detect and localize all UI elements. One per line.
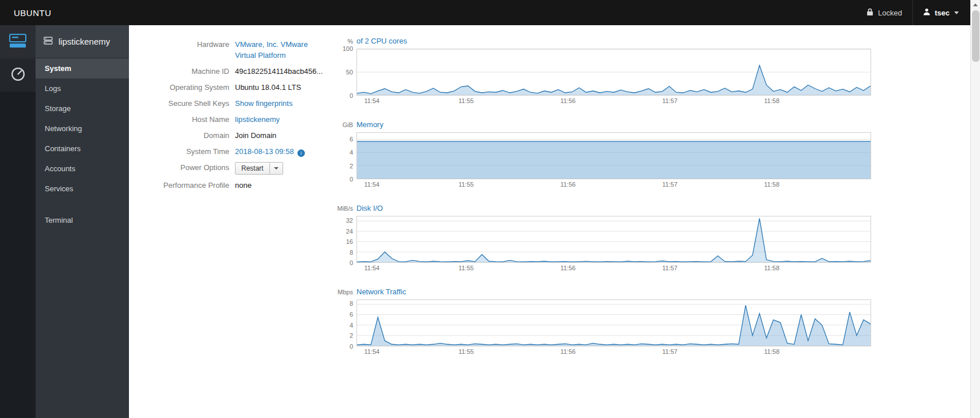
memory-chart-link[interactable]: Memory: [356, 120, 383, 129]
x-tick-label: 11:54: [364, 265, 379, 271]
x-tick-label: 11:58: [764, 97, 779, 104]
detail-row-hostname: Host Name lipstickenemy: [140, 114, 347, 125]
cpu-plot: [356, 49, 871, 96]
x-tick-label: 11:55: [458, 181, 474, 188]
disk-io-chart-head: MiB/s Disk I/O: [337, 204, 871, 212]
memory-chart: GiB Memory 0246 11:5411:5511:5611:5711:5…: [337, 120, 871, 189]
chevron-down-icon: [954, 11, 959, 14]
locked-indicator[interactable]: Locked: [856, 8, 912, 18]
network-traffic-chart-link[interactable]: Network Traffic: [356, 287, 406, 296]
y-tick-label: 8: [350, 300, 353, 307]
machine-tile-server[interactable]: [0, 25, 36, 58]
sidebar: lipstickenemy SystemLogsStorageNetworkin…: [36, 25, 129, 418]
host-header[interactable]: lipstickenemy: [36, 25, 129, 58]
y-tick-label: 2: [350, 163, 353, 169]
y-tick-label: 8: [350, 249, 353, 256]
sidebar-item-storage[interactable]: Storage: [36, 98, 129, 119]
detail-row-domain: Domain Join Domain: [140, 130, 347, 141]
detail-row-hardware: Hardware VMware, Inc. VMware Virtual Pla…: [140, 39, 347, 61]
cpu-x-axis: 11:5411:5511:5611:5711:58: [356, 96, 871, 105]
sidebar-item-system[interactable]: System: [36, 58, 129, 78]
show-fingerprints-link[interactable]: Show fingerprints: [235, 98, 292, 109]
sidebar-item-terminal[interactable]: Terminal: [36, 210, 129, 230]
scrollbar-thumb[interactable]: [972, 10, 979, 62]
domain-value[interactable]: Join Domain: [235, 130, 276, 141]
disk-io-chart-link[interactable]: Disk I/O: [356, 204, 383, 212]
cpu-chart-head: % of 2 CPU cores: [337, 37, 871, 45]
x-tick-label: 11:58: [764, 348, 779, 355]
x-tick-label: 11:58: [764, 265, 779, 271]
host-name: lipstickenemy: [58, 37, 110, 46]
field-label-ssh-keys: Secure Shell Keys: [140, 98, 235, 109]
sidebar-item-services[interactable]: Services: [36, 179, 129, 199]
sidebar-item-containers[interactable]: Containers: [36, 139, 129, 159]
user-icon: [923, 8, 930, 17]
detail-row-system-time: System Time 2018-08-13 09:58: [140, 146, 347, 157]
scroll-up-arrow[interactable]: [971, 0, 980, 10]
x-tick-label: 11:55: [458, 265, 474, 271]
y-tick-label: 24: [346, 228, 353, 235]
y-tick-label: 0: [350, 259, 353, 266]
host-server-icon: [44, 36, 53, 47]
disk-io-unit-label: MiB/s: [337, 205, 353, 212]
sidebar-nav: SystemLogsStorageNetworkingContainersAcc…: [36, 58, 129, 230]
system-time-link[interactable]: 2018-08-13 09:58: [235, 147, 294, 156]
disk-io-plot: [356, 216, 871, 263]
x-tick-label: 11:54: [364, 181, 379, 188]
cpu-y-axis: 050100: [337, 49, 356, 96]
memory-x-axis: 11:5411:5511:5611:5711:58: [356, 179, 871, 189]
locked-label: Locked: [878, 9, 902, 17]
y-tick-label: 4: [350, 149, 353, 156]
gauge-icon: [10, 66, 26, 84]
charts-panel: % of 2 CPU cores 050100 11:5411:5511:561…: [337, 25, 871, 371]
field-label-performance-profile: Performance Profile: [140, 180, 235, 191]
network-y-axis: 02468: [337, 299, 356, 346]
field-label-os: Operating System: [140, 82, 235, 93]
topbar-right: Locked tsec: [856, 0, 962, 25]
system-details: Hardware VMware, Inc. VMware Virtual Pla…: [140, 39, 347, 196]
y-tick-label: 32: [346, 217, 353, 224]
cpu-chart-link[interactable]: of 2 CPU cores: [356, 37, 407, 45]
server-icon: [9, 33, 26, 51]
detail-row-power-options: Power Options Restart: [140, 162, 347, 175]
network-traffic-chart-head: Mbps Network Traffic: [337, 287, 871, 296]
x-tick-label: 11:58: [764, 181, 779, 188]
lock-icon: [867, 8, 873, 18]
y-tick-label: 4: [350, 322, 353, 329]
x-tick-label: 11:57: [663, 97, 678, 104]
sidebar-item-logs[interactable]: Logs: [36, 78, 129, 98]
memory-chart-head: GiB Memory: [337, 120, 871, 129]
sidebar-item-networking[interactable]: Networking: [36, 119, 129, 139]
user-menu[interactable]: tsec: [912, 0, 962, 25]
memory-unit-label: GiB: [337, 121, 353, 128]
power-options-dropdown[interactable]: [270, 162, 283, 175]
network-unit-label: Mbps: [337, 289, 353, 295]
memory-plot: [356, 132, 871, 179]
field-label-hostname: Host Name: [140, 114, 235, 125]
y-tick-label: 100: [343, 45, 353, 52]
power-options-group: Restart: [235, 162, 283, 175]
sidebar-item-accounts[interactable]: Accounts: [36, 159, 129, 179]
detail-row-ssh-keys: Secure Shell Keys Show fingerprints: [140, 98, 347, 109]
field-label-hardware: Hardware: [140, 39, 235, 50]
hostname-link[interactable]: lipstickenemy: [235, 114, 280, 125]
machine-icon-column: [0, 25, 36, 418]
hardware-link[interactable]: VMware, Inc. VMware Virtual Platform: [235, 39, 330, 61]
scrollbar[interactable]: [970, 0, 980, 418]
restart-button[interactable]: Restart: [235, 162, 270, 175]
dashboard-tile[interactable]: [0, 58, 36, 92]
cpu-chart: % of 2 CPU cores 050100 11:5411:5511:561…: [337, 37, 871, 105]
info-icon[interactable]: [297, 149, 305, 157]
chevron-down-icon: [274, 167, 279, 169]
y-tick-label: 50: [346, 69, 353, 76]
disk-io-chart: MiB/s Disk I/O 08162432 11:5411:5511:561…: [337, 204, 871, 273]
memory-y-axis: 0246: [337, 132, 356, 179]
main-content: Hardware VMware, Inc. VMware Virtual Pla…: [129, 25, 970, 418]
x-tick-label: 11:56: [560, 181, 576, 188]
network-x-axis: 11:5411:5511:5611:5711:58: [356, 346, 871, 356]
detail-row-machine-id: Machine ID 49c1822514114bacb456...: [140, 66, 347, 77]
x-tick-label: 11:57: [663, 181, 678, 188]
os-value: Ubuntu 18.04.1 LTS: [235, 82, 301, 93]
x-tick-label: 11:54: [364, 348, 379, 355]
network-plot: [356, 299, 871, 346]
